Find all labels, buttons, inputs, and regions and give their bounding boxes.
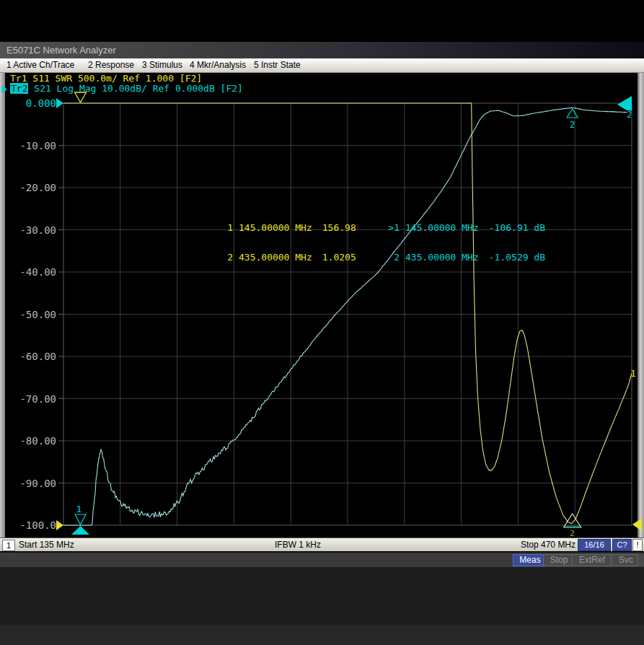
marker2-tr2-symbol: [567, 109, 578, 118]
marker2-tr2-number: 2: [570, 119, 575, 130]
ref-arrow-tr1-left: [56, 520, 63, 530]
ifbw-label: IFBW 1 kHz: [275, 540, 321, 550]
calibration-badge: C?: [612, 539, 632, 551]
instrument-status-bar: Meas Stop ExtRef Svc: [0, 552, 644, 567]
trace1-edge-label: 1: [630, 368, 636, 379]
ref-arrow-tr2-left: [56, 98, 63, 108]
marker2-tr1-number: 2: [570, 529, 575, 538]
marker1-tr2-number: 1: [76, 504, 82, 514]
y-axis-label-8: -80.00: [10, 435, 56, 447]
channel-number-box: 1: [2, 540, 15, 551]
start-frequency-label: Start 135 MHz: [19, 540, 74, 550]
marker1-tr2-symbol: [75, 514, 86, 525]
y-axis-label-1: -10.00: [10, 140, 56, 152]
menu-item-instr-state[interactable]: 5 Instr State: [254, 60, 301, 70]
marker-row: >1145.00000 MHz-106.91 dB: [387, 223, 545, 233]
y-axis-label-4: -40.00: [10, 266, 56, 278]
trace2-edge-label: 2: [627, 109, 632, 120]
y-axis-label-9: -90.00: [10, 478, 56, 489]
marker1-tr1-symbol: [75, 92, 87, 102]
status-indicator-cut: [638, 554, 644, 566]
bottom-filler-dark: [0, 567, 644, 625]
status-indicator-meas: Meas: [513, 554, 547, 566]
marker-readout-tr2: >1145.00000 MHz-106.91 dB 2435.00000 MHz…: [387, 203, 545, 272]
menu-item-active-ch-trace[interactable]: 1 Active Ch/Trace: [6, 60, 74, 70]
stop-frequency-label: Stop 470 MHz: [521, 540, 575, 550]
menu-item-mkr-analysis[interactable]: 4 Mkr/Analysis: [190, 60, 246, 70]
y-axis-label-2: -20.00: [10, 182, 56, 193]
y-axis-label-5: -50.00: [10, 309, 56, 320]
status-indicator-stop: Stop: [543, 554, 575, 566]
plot-canvas[interactable]: 12212: [0, 72, 644, 538]
stimulus-status-bar: 1 Start 135 MHz IFBW 1 kHz Stop 470 MHz …: [0, 538, 644, 551]
y-axis-label-3: -30.00: [10, 224, 56, 236]
menu-item-response[interactable]: 2 Response: [88, 60, 134, 70]
menu-bar: 1 Active Ch/Trace 2 Response 3 Stimulus …: [0, 58, 644, 73]
title-bar[interactable]: E5071C Network Analyzer: [0, 42, 644, 58]
y-axis-label-7: -70.00: [10, 393, 56, 405]
y-axis-label-0: 0.000: [10, 97, 56, 109]
marker-row: 2435.00000 MHz-1.0529 dB: [387, 253, 545, 263]
y-axis-label-10: -100.0: [10, 519, 56, 531]
marker-readout-tr1: 1145.00000 MHz156.98 2435.00000 MHz1.020…: [221, 203, 356, 272]
marker1-stimulus-arrow: [71, 526, 89, 535]
y-axis-label-6: -60.00: [10, 351, 56, 362]
warning-indicator[interactable]: !: [632, 539, 643, 551]
status-indicator-svc: Svc: [611, 554, 641, 566]
marker-row: 1145.00000 MHz156.98: [221, 223, 356, 233]
status-indicator-extref: ExtRef: [572, 554, 612, 566]
bottom-filler-darker: [0, 625, 644, 645]
window-title: E5071C Network Analyzer: [6, 45, 116, 56]
ref-arrow-tr1-right: [632, 518, 642, 531]
marker-row: 2435.00000 MHz1.0205: [221, 253, 356, 263]
menu-item-stimulus[interactable]: 3 Stimulus: [142, 60, 182, 70]
sweep-points-badge: 16/16: [578, 539, 611, 551]
